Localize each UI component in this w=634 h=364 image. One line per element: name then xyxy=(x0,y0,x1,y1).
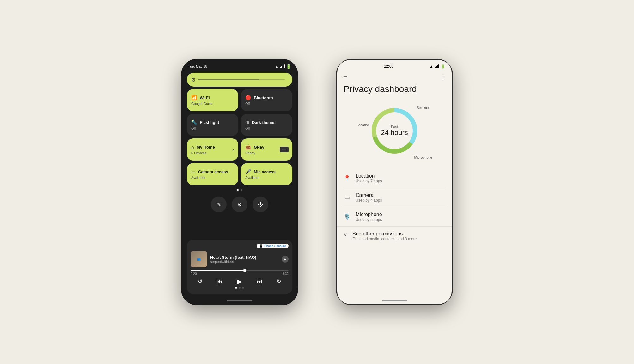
see-other-name: See other permissions xyxy=(352,231,417,237)
camera-donut-label: Camera xyxy=(417,106,429,109)
microphone-permission-sub: Used by 5 apps xyxy=(356,217,382,222)
privacy-item-location[interactable]: 📍 Location Used by 7 apps xyxy=(344,169,445,188)
gpay-tile-icon: 👜 xyxy=(245,144,251,150)
dark-theme-tile-icon: ◑ xyxy=(245,119,249,125)
media-content: 👥 Heart Storm (feat. NAO) serpentwithfee… xyxy=(191,251,289,267)
quick-settings-area: ⚙ 📶 Wi-Fi Google Guest xyxy=(182,70,297,239)
privacy-text-camera: Camera Used by 4 apps xyxy=(356,192,382,203)
location-permission-name: Location xyxy=(356,173,382,179)
progress-times: 2:20 3:32 xyxy=(191,272,289,276)
media-mini-play-icon: ▶ xyxy=(282,256,289,263)
privacy-item-camera[interactable]: ▭ Camera Used by 4 apps xyxy=(344,188,445,207)
tile-dark-theme-sub: Off xyxy=(245,126,288,130)
forward-button[interactable]: ↻ xyxy=(277,278,281,285)
camera-permission-sub: Used by 4 apps xyxy=(356,198,382,203)
brightness-track[interactable] xyxy=(198,79,285,80)
tile-mic-access-sub: Available xyxy=(245,176,288,179)
tile-wifi-sub: Google Guest xyxy=(191,102,234,106)
tile-wifi-name: Wi-Fi xyxy=(200,95,210,100)
signal-bars-light-icon xyxy=(435,64,439,68)
next-button[interactable]: ⏭ xyxy=(257,278,262,285)
tile-dark-theme-header: ◑ Dark theme xyxy=(245,119,288,125)
tile-camera-access-header: ▭ Camera access xyxy=(191,169,234,174)
media-info: Heart Storm (feat. NAO) serpentwithfeet xyxy=(210,255,278,264)
status-date: Tue, May 18 xyxy=(188,64,207,68)
tile-bluetooth[interactable]: 🔴 Bluetooth Off xyxy=(241,89,292,111)
tile-mic-access[interactable]: 🎤 Mic access Available xyxy=(241,163,292,185)
flashlight-tile-icon: 🔦 xyxy=(191,119,197,125)
tile-dark-theme-name: Dark theme xyxy=(252,120,274,125)
tile-camera-access-name: Camera access xyxy=(198,169,228,174)
tile-camera-access-sub: Available xyxy=(191,176,234,179)
power-icon: ⏻ xyxy=(258,202,263,207)
bluetooth-tile-icon: 🔴 xyxy=(245,95,251,100)
tile-camera-access[interactable]: ▭ Camera access Available xyxy=(187,163,238,185)
replay-button[interactable]: ↺ xyxy=(198,278,203,285)
dot-2 xyxy=(241,189,242,191)
speaker-icon: 📱 xyxy=(259,244,263,248)
location-permission-sub: Used by 7 apps xyxy=(356,179,382,183)
tile-my-home-header: ⌂ My Home xyxy=(191,144,215,150)
speaker-label: Phone Speaker xyxy=(264,244,286,248)
wifi-status-icon: ▲ xyxy=(275,64,279,69)
tile-my-home-sub: 6 Devices xyxy=(191,151,215,155)
see-other-permissions[interactable]: ∨ See other permissions Files and media,… xyxy=(337,226,452,246)
microphone-donut-label: Microphone xyxy=(414,155,432,159)
battery-light-icon: 🔋 xyxy=(441,64,445,69)
progress-track[interactable] xyxy=(191,270,289,271)
brightness-fill xyxy=(198,79,259,80)
tile-my-home[interactable]: ⌂ My Home 6 Devices › xyxy=(187,138,238,161)
power-button[interactable]: ⏻ xyxy=(253,197,268,212)
home-indicator-light xyxy=(382,300,407,301)
donut-past-label: Past xyxy=(381,125,408,129)
tile-wifi[interactable]: 📶 Wi-Fi Google Guest xyxy=(187,89,238,111)
microphone-permission-icon: 🎙️ xyxy=(344,213,351,220)
phone-dark: Tue, May 18 ▲ 🔋 ⚙ xyxy=(181,59,298,305)
tile-flashlight-name: Flashlight xyxy=(200,120,219,125)
media-dots xyxy=(191,287,289,290)
settings-button[interactable]: ⚙ xyxy=(232,197,247,212)
brightness-icon: ⚙ xyxy=(191,77,196,83)
tile-bluetooth-sub: Off xyxy=(245,102,288,106)
gpay-card-icon: ▬▬ xyxy=(280,147,289,152)
dot-1 xyxy=(237,189,239,191)
back-button[interactable]: ← xyxy=(342,73,348,80)
play-small-icon: ▶ xyxy=(284,258,286,261)
progress-fill xyxy=(191,270,245,271)
edit-button[interactable]: ✎ xyxy=(211,197,227,212)
tile-flashlight[interactable]: 🔦 Flashlight Off xyxy=(187,114,238,136)
media-artist: serpentwithfeet xyxy=(210,260,278,264)
more-options-button[interactable]: ⋮ xyxy=(440,73,447,80)
total-time: 3:32 xyxy=(283,272,289,276)
mic-access-tile-icon: 🎤 xyxy=(245,169,251,174)
phone-light: 12:00 ▲ 🔋 ← ⋮ Privacy dashboard xyxy=(336,59,453,305)
tile-bluetooth-name: Bluetooth xyxy=(254,95,273,100)
tile-flashlight-sub: Off xyxy=(191,126,234,130)
donut-chart-container: Past 24 hours Camera Location Microphone xyxy=(363,99,426,162)
settings-icon: ⚙ xyxy=(237,202,242,208)
tile-mic-access-header: 🎤 Mic access xyxy=(245,169,288,174)
media-dot-1 xyxy=(235,287,237,289)
donut-center-text: Past 24 hours xyxy=(381,125,408,137)
tile-gpay[interactable]: 👜 GPay Ready ▬▬ xyxy=(241,138,292,161)
prev-button[interactable]: ⏮ xyxy=(217,278,223,285)
current-time: 2:20 xyxy=(191,272,197,276)
status-icons-light: ▲ 🔋 xyxy=(430,64,445,69)
wifi-light-icon: ▲ xyxy=(430,64,433,69)
media-player-header: 📱 Phone Speaker xyxy=(191,244,289,248)
play-pause-button[interactable]: ▶ xyxy=(237,277,242,286)
pencil-icon: ✎ xyxy=(217,202,221,208)
pagination-dots xyxy=(187,188,292,192)
screen-light: 12:00 ▲ 🔋 ← ⋮ Privacy dashboard xyxy=(337,60,452,304)
phone-speaker-badge: 📱 Phone Speaker xyxy=(257,244,289,248)
progress-bar-container[interactable]: 2:20 3:32 xyxy=(191,270,289,276)
donut-hours-value: 24 hours xyxy=(381,129,408,137)
album-art-visual: 👥 xyxy=(197,258,201,261)
status-time-light: 12:00 xyxy=(384,64,394,69)
privacy-item-microphone[interactable]: 🎙️ Microphone Used by 5 apps xyxy=(344,207,445,226)
brightness-bar[interactable]: ⚙ xyxy=(187,73,292,87)
wifi-tile-icon: 📶 xyxy=(191,95,197,100)
tile-dark-theme[interactable]: ◑ Dark theme Off xyxy=(241,114,292,136)
tile-my-home-arrow-icon: › xyxy=(232,147,234,152)
camera-access-tile-icon: ▭ xyxy=(191,169,196,174)
